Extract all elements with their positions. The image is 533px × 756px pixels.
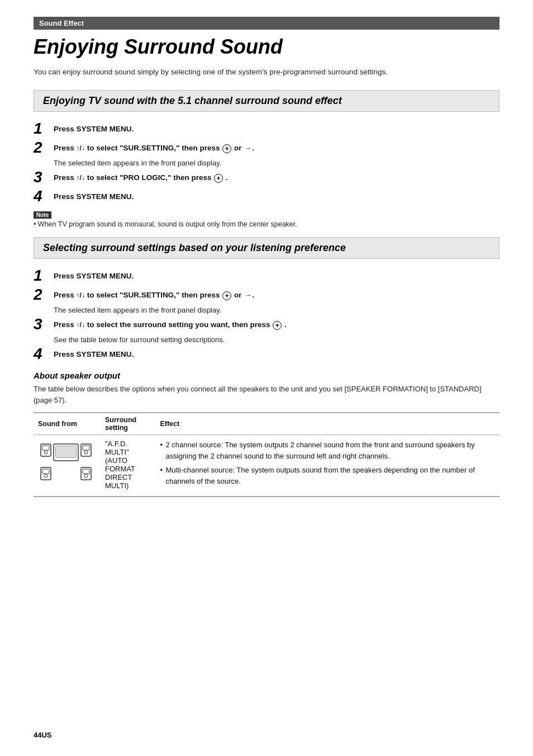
note-box: Note • When TV program sound is monaural… [34,210,499,228]
circle-button-icon: + [222,291,231,300]
circle-button-icon: + [214,174,223,183]
step-content: Press SYSTEM MENU. [54,346,134,361]
section2-step3: 3 Press ↑/↓ to select the surround setti… [34,316,499,332]
step-number: 3 [34,169,54,185]
table-row: "A.F.D. MULTI"(AUTO FORMATDIRECT MULTI) … [34,435,499,497]
speaker-icon-cell [34,435,101,497]
svg-rect-1 [42,469,49,474]
page-number: 44US [34,731,52,739]
col-sound-from: Sound from [34,413,101,435]
step4-text: Press SYSTEM MENU. [54,350,134,358]
step-content: Press ↑/↓ to select "SUR.SETTING," then … [54,140,254,154]
circle-button-icon: + [273,321,282,330]
updown-icon: ↑/↓ [77,321,85,329]
section1-step4: 4 Press SYSTEM MENU. [34,188,499,204]
section2-step4: 4 Press SYSTEM MENU. [34,346,499,362]
step4-text: Press SYSTEM MENU. [54,192,134,201]
section1-step1: 1 Press SYSTEM MENU. [34,121,499,136]
step2-text: Press ↑/↓ to select "SUR.SETTING," then … [54,291,254,299]
updown-icon: ↑/↓ [77,291,85,299]
step-number: 1 [34,121,54,136]
step-content: Press ↑/↓ to select "PRO LOGIC," then pr… [54,169,228,184]
updown-icon: ↑/↓ [77,144,85,152]
step3-sub: See the table below for surround setting… [54,336,499,344]
section2-step1: 1 Press SYSTEM MENU. [34,268,499,284]
step2-sub: The selected item appears in the front p… [54,159,499,167]
step-number: 2 [34,287,54,303]
section1-step2: 2 Press ↑/↓ to select "SUR.SETTING," the… [34,140,499,155]
svg-rect-4 [83,469,89,474]
arrow-right-icon: → [244,290,251,301]
section2-title: Selecting surround settings based on you… [43,242,490,254]
page-title: Enjoying Surround Sound [34,35,499,59]
col-effect: Effect [155,413,499,435]
section1-box: Enjoying TV sound with the 5.1 channel s… [34,90,499,112]
step2-sub: The selected item appears in the front p… [54,306,499,314]
category-label: Sound Effect [39,19,84,27]
svg-rect-8 [56,446,76,457]
surround-setting-cell: "A.F.D. MULTI"(AUTO FORMATDIRECT MULTI) [101,435,155,497]
intro-text: You can enjoy surround sound simply by s… [34,67,499,78]
speaker-arrangement-icon [38,440,94,490]
arrow-right-icon: → [244,143,251,154]
step-content: Press SYSTEM MENU. [54,268,134,282]
step-content: Press ↑/↓ to select "SUR.SETTING," then … [54,287,254,301]
circle-button-icon: + [222,144,231,153]
step1-text: Press SYSTEM MENU. [54,272,134,280]
svg-point-14 [84,451,88,454]
effect-list: 2 channel source: The system outputs 2 c… [160,440,495,486]
svg-point-5 [84,474,88,478]
col-surround-setting: Surround setting [101,413,155,435]
effect-cell: 2 channel source: The system outputs 2 c… [155,435,499,497]
step-content: Press SYSTEM MENU. [54,121,134,135]
effect-item: Multi-channel source: The system outputs… [160,465,495,486]
svg-point-11 [44,451,47,454]
section2-box: Selecting surround settings based on you… [34,237,499,259]
speaker-table: Sound from Surround setting Effect [34,412,499,497]
svg-rect-10 [42,446,49,450]
svg-point-2 [44,474,47,478]
step-number: 1 [34,268,54,284]
note-label: Note [34,211,51,219]
step-number: 4 [34,188,54,204]
step3-text: Press ↑/↓ to select "PRO LOGIC," then pr… [54,173,228,182]
about-speaker-text: The table below describes the options wh… [34,384,499,405]
updown-icon: ↑/↓ [77,174,85,182]
surround-setting-text: "A.F.D. MULTI"(AUTO FORMATDIRECT MULTI) [105,440,135,490]
section1-steps: 1 Press SYSTEM MENU. 2 Press ↑/↓ to sele… [34,121,499,204]
section1-step3: 3 Press ↑/↓ to select "PRO LOGIC," then … [34,169,499,185]
step-number: 4 [34,346,54,362]
step-number: 3 [34,316,54,332]
step-number: 2 [34,140,54,155]
svg-rect-13 [83,446,89,450]
step-content: Press ↑/↓ to select the surround setting… [54,316,287,331]
effect-item: 2 channel source: The system outputs 2 c… [160,440,495,461]
about-speaker-section: About speaker output The table below des… [34,371,499,497]
section1-title: Enjoying TV sound with the 5.1 channel s… [43,95,490,107]
about-speaker-title: About speaker output [34,371,499,380]
step-content: Press SYSTEM MENU. [54,188,134,203]
note-text: • When TV program sound is monaural, sou… [34,220,499,228]
step3-text: Press ↑/↓ to select the surround setting… [54,320,287,329]
section2-steps: 1 Press SYSTEM MENU. 2 Press ↑/↓ to sele… [34,268,499,362]
category-bar: Sound Effect [34,17,499,30]
step1-text: Press SYSTEM MENU. [54,125,134,133]
section2-step2: 2 Press ↑/↓ to select "SUR.SETTING," the… [34,287,499,303]
step2-text: Press ↑/↓ to select "SUR.SETTING," then … [54,144,254,152]
